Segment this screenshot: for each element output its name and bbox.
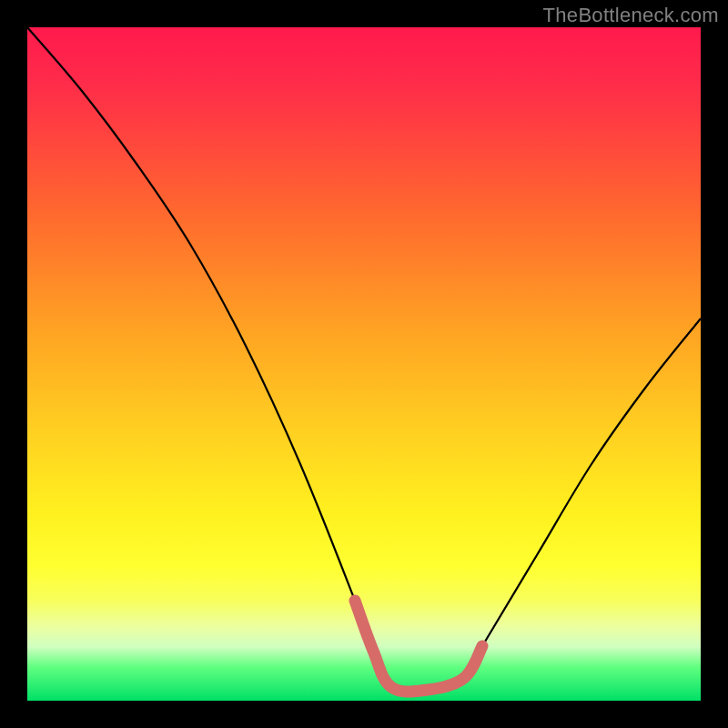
bottleneck-curve <box>27 27 701 692</box>
curve-overlay <box>27 27 701 701</box>
trough-highlight <box>355 601 482 692</box>
watermark-text: TheBottleneck.com <box>543 4 719 27</box>
chart-frame: TheBottleneck.com <box>0 0 728 728</box>
